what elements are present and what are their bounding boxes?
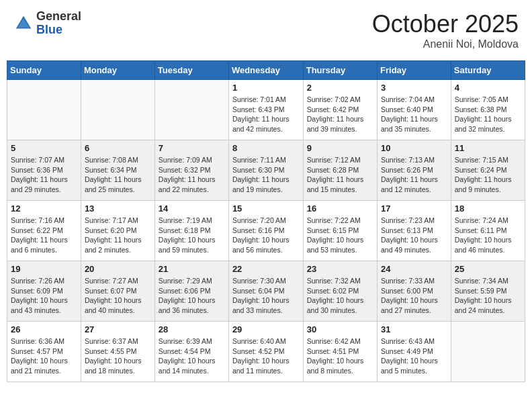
calendar-cell: 14Sunrise: 7:19 AM Sunset: 6:18 PM Dayli… [154,201,228,261]
day-info: Sunrise: 7:15 AM Sunset: 6:24 PM Dayligh… [455,155,521,195]
day-info: Sunrise: 7:13 AM Sunset: 6:26 PM Dayligh… [381,155,447,195]
day-info: Sunrise: 7:04 AM Sunset: 6:40 PM Dayligh… [381,95,447,134]
calendar-cell: 5Sunrise: 7:07 AM Sunset: 6:36 PM Daylig… [7,140,81,201]
weekday-header-tuesday: Tuesday [154,61,228,80]
day-info: Sunrise: 7:05 AM Sunset: 6:38 PM Dayligh… [455,95,521,134]
day-info: Sunrise: 7:08 AM Sunset: 6:34 PM Dayligh… [85,155,151,195]
calendar-cell [7,80,81,140]
day-info: Sunrise: 6:39 AM Sunset: 4:54 PM Dayligh… [159,336,225,376]
weekday-header-sunday: Sunday [7,61,81,80]
calendar-week-row: 5Sunrise: 7:07 AM Sunset: 6:36 PM Daylig… [7,140,525,201]
calendar-cell: 15Sunrise: 7:20 AM Sunset: 6:16 PM Dayli… [228,201,303,261]
day-info: Sunrise: 7:23 AM Sunset: 6:13 PM Dayligh… [381,216,447,255]
calendar-week-row: 1Sunrise: 7:01 AM Sunset: 6:43 PM Daylig… [7,80,525,140]
calendar-cell: 17Sunrise: 7:23 AM Sunset: 6:13 PM Dayli… [378,201,451,261]
calendar-cell: 21Sunrise: 7:29 AM Sunset: 6:06 PM Dayli… [154,261,228,322]
day-number: 11 [455,143,521,153]
day-number: 14 [159,203,225,214]
calendar-week-row: 26Sunrise: 6:36 AM Sunset: 4:57 PM Dayli… [7,322,525,382]
day-info: Sunrise: 6:37 AM Sunset: 4:55 PM Dayligh… [85,336,151,376]
day-info: Sunrise: 6:42 AM Sunset: 4:51 PM Dayligh… [307,336,373,376]
calendar-cell: 19Sunrise: 7:26 AM Sunset: 6:09 PM Dayli… [7,261,81,322]
day-number: 15 [232,203,300,214]
calendar-cell: 25Sunrise: 7:34 AM Sunset: 5:59 PM Dayli… [451,261,525,322]
calendar-cell: 10Sunrise: 7:13 AM Sunset: 6:26 PM Dayli… [378,140,451,201]
day-info: Sunrise: 6:36 AM Sunset: 4:57 PM Dayligh… [11,336,77,376]
day-number: 18 [455,203,521,214]
month-title: October 2025 [372,10,519,38]
calendar-cell [81,80,154,140]
day-number: 5 [11,143,77,153]
day-number: 3 [381,83,447,93]
day-info: Sunrise: 7:11 AM Sunset: 6:30 PM Dayligh… [232,155,300,195]
calendar-cell [154,80,228,140]
day-info: Sunrise: 6:43 AM Sunset: 4:49 PM Dayligh… [381,336,447,376]
day-info: Sunrise: 7:26 AM Sunset: 6:09 PM Dayligh… [11,276,77,316]
location: Anenii Noi, Moldova [372,38,519,50]
day-number: 4 [455,83,521,93]
day-info: Sunrise: 7:17 AM Sunset: 6:20 PM Dayligh… [85,216,151,255]
day-info: Sunrise: 7:19 AM Sunset: 6:18 PM Dayligh… [159,216,225,255]
calendar-cell: 3Sunrise: 7:04 AM Sunset: 6:40 PM Daylig… [378,80,451,140]
day-info: Sunrise: 7:20 AM Sunset: 6:16 PM Dayligh… [232,216,300,255]
calendar-cell: 31Sunrise: 6:43 AM Sunset: 4:49 PM Dayli… [378,322,451,382]
day-number: 9 [307,143,373,153]
weekday-header-friday: Friday [378,61,451,80]
day-number: 7 [159,143,225,153]
title-area: October 2025 Anenii Noi, Moldova [372,10,519,50]
calendar-table: SundayMondayTuesdayWednesdayThursdayFrid… [7,60,525,382]
day-info: Sunrise: 7:30 AM Sunset: 6:04 PM Dayligh… [232,276,300,316]
calendar-cell: 12Sunrise: 7:16 AM Sunset: 6:22 PM Dayli… [7,201,81,261]
calendar-cell: 23Sunrise: 7:32 AM Sunset: 6:02 PM Dayli… [303,261,377,322]
logo: General Blue [13,10,81,37]
day-number: 23 [307,264,373,274]
calendar-cell: 27Sunrise: 6:37 AM Sunset: 4:55 PM Dayli… [81,322,154,382]
calendar-cell: 20Sunrise: 7:27 AM Sunset: 6:07 PM Dayli… [81,261,154,322]
day-info: Sunrise: 7:07 AM Sunset: 6:36 PM Dayligh… [11,155,77,195]
day-number: 28 [159,324,225,334]
weekday-header-saturday: Saturday [451,61,525,80]
calendar-cell [451,322,525,382]
calendar-cell: 2Sunrise: 7:02 AM Sunset: 6:42 PM Daylig… [303,80,377,140]
day-number: 24 [381,264,447,274]
day-number: 10 [381,143,447,153]
day-info: Sunrise: 7:09 AM Sunset: 6:32 PM Dayligh… [159,155,225,195]
calendar-cell: 7Sunrise: 7:09 AM Sunset: 6:32 PM Daylig… [154,140,228,201]
day-number: 22 [232,264,300,274]
calendar-cell: 30Sunrise: 6:42 AM Sunset: 4:51 PM Dayli… [303,322,377,382]
day-info: Sunrise: 7:27 AM Sunset: 6:07 PM Dayligh… [85,276,151,316]
calendar-cell: 13Sunrise: 7:17 AM Sunset: 6:20 PM Dayli… [81,201,154,261]
day-number: 2 [307,83,373,93]
day-number: 29 [232,324,300,334]
day-number: 17 [381,203,447,214]
day-number: 25 [455,264,521,274]
day-info: Sunrise: 7:16 AM Sunset: 6:22 PM Dayligh… [11,216,77,255]
calendar-week-row: 19Sunrise: 7:26 AM Sunset: 6:09 PM Dayli… [7,261,525,322]
calendar-cell: 26Sunrise: 6:36 AM Sunset: 4:57 PM Dayli… [7,322,81,382]
day-number: 26 [11,324,77,334]
weekday-header-wednesday: Wednesday [228,61,303,80]
day-info: Sunrise: 7:01 AM Sunset: 6:43 PM Dayligh… [232,95,300,134]
calendar-cell: 29Sunrise: 6:40 AM Sunset: 4:52 PM Dayli… [228,322,303,382]
day-number: 16 [307,203,373,214]
calendar-cell: 28Sunrise: 6:39 AM Sunset: 4:54 PM Dayli… [154,322,228,382]
weekday-header-monday: Monday [81,61,154,80]
day-info: Sunrise: 7:32 AM Sunset: 6:02 PM Dayligh… [307,276,373,316]
day-info: Sunrise: 7:33 AM Sunset: 6:00 PM Dayligh… [381,276,447,316]
calendar-week-row: 12Sunrise: 7:16 AM Sunset: 6:22 PM Dayli… [7,201,525,261]
calendar-cell: 22Sunrise: 7:30 AM Sunset: 6:04 PM Dayli… [228,261,303,322]
day-number: 20 [85,264,151,274]
weekday-header-row: SundayMondayTuesdayWednesdayThursdayFrid… [7,61,525,80]
logo-icon [13,13,34,34]
calendar-cell: 4Sunrise: 7:05 AM Sunset: 6:38 PM Daylig… [451,80,525,140]
logo-text: General Blue [36,10,81,37]
calendar-cell: 9Sunrise: 7:12 AM Sunset: 6:28 PM Daylig… [303,140,377,201]
day-info: Sunrise: 7:02 AM Sunset: 6:42 PM Dayligh… [307,95,373,134]
calendar-cell: 24Sunrise: 7:33 AM Sunset: 6:00 PM Dayli… [378,261,451,322]
page-header: General Blue October 2025 Anenii Noi, Mo… [7,7,525,54]
day-info: Sunrise: 7:22 AM Sunset: 6:15 PM Dayligh… [307,216,373,255]
calendar-cell: 8Sunrise: 7:11 AM Sunset: 6:30 PM Daylig… [228,140,303,201]
day-info: Sunrise: 7:34 AM Sunset: 5:59 PM Dayligh… [455,276,521,316]
weekday-header-thursday: Thursday [303,61,377,80]
day-number: 6 [85,143,151,153]
